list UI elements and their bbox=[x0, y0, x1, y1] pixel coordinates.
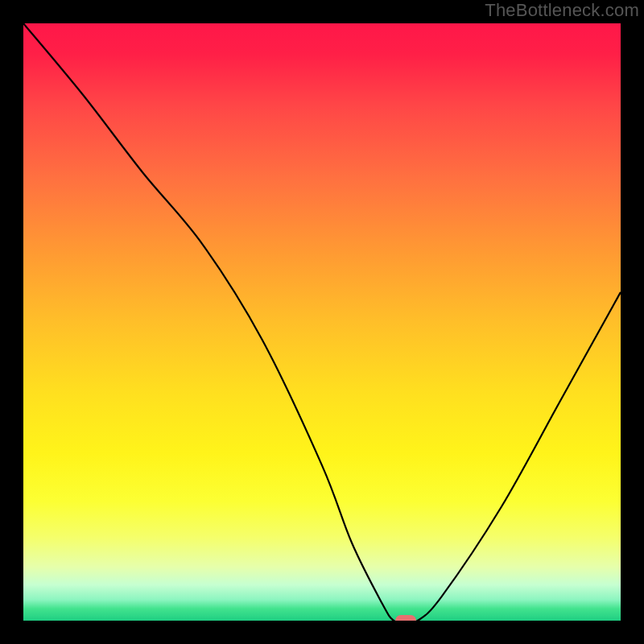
curve-svg bbox=[23, 23, 621, 621]
plot-area bbox=[23, 23, 621, 621]
attribution-label: TheBottleneck.com bbox=[485, 0, 639, 21]
bottleneck-curve bbox=[23, 23, 621, 621]
optimal-marker bbox=[395, 615, 416, 621]
chart-frame: TheBottleneck.com bbox=[0, 0, 644, 644]
